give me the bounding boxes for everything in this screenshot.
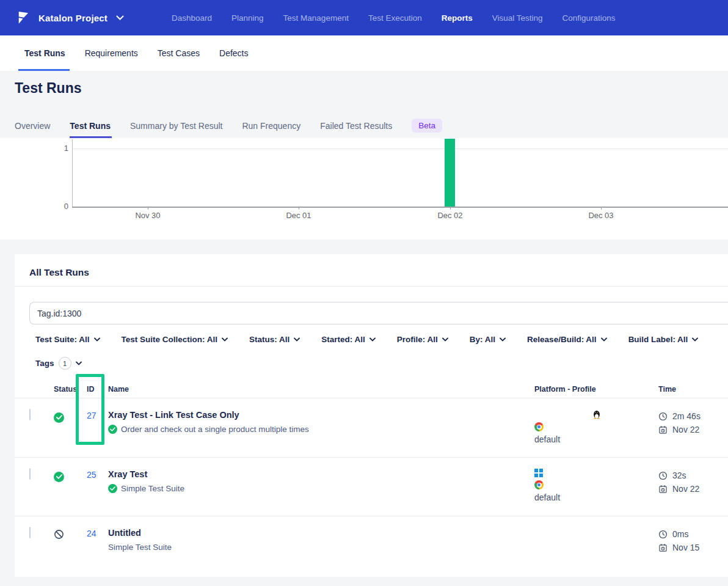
tab-test-runs[interactable]: Test Runs [70, 113, 111, 138]
test-run-subtitle: Simple Test Suite [108, 484, 534, 493]
nav-item-test-execution[interactable]: Test Execution [368, 13, 422, 23]
status-blocked-icon [54, 529, 64, 540]
filter-label: Build Label: All [628, 335, 688, 344]
chevron-down-icon [369, 337, 376, 342]
calendar-icon [658, 543, 668, 552]
nav-item-visual-testing[interactable]: Visual Testing [492, 13, 543, 23]
test-run-id-link[interactable]: 25 [87, 469, 108, 516]
test-run-subtitle: Simple Test Suite [108, 543, 534, 552]
nav-item-reports[interactable]: Reports [442, 13, 473, 23]
subnav-item-defects[interactable]: Defects [219, 35, 248, 71]
test-run-name[interactable]: Xray Test [108, 469, 534, 480]
duration-text: 2m 46s [672, 409, 701, 423]
table-row: 27 Xray Test - Link Test Case Only Order… [15, 398, 728, 457]
nav-item-dashboard[interactable]: Dashboard [172, 13, 212, 23]
test-run-name[interactable]: Untitled [108, 527, 534, 539]
chevron-down-icon [76, 361, 82, 365]
chrome-icon [534, 480, 544, 489]
search-input[interactable] [29, 302, 728, 324]
table-header: Status ID Name Platform - Profile Time [15, 381, 728, 398]
calendar-icon [658, 485, 668, 494]
duration-text: 32s [672, 469, 686, 482]
x-axis-label-dec-02: Dec 02 [426, 211, 475, 220]
filter-started[interactable]: Started: All [321, 335, 376, 344]
tab-overview[interactable]: Overview [15, 113, 50, 138]
subtitle-text: Order and check out a single product mul… [121, 425, 309, 434]
tab-failed-test-results[interactable]: Failed Test Results [320, 113, 392, 138]
nav-item-configurations[interactable]: Configurations [562, 13, 616, 23]
table-row: 25 Xray Test Simple Test Suite default [15, 457, 728, 516]
tags-count-badge: 1 [59, 357, 71, 370]
filter-label: Test Suite Collection: All [122, 335, 218, 344]
tags-label: Tags [35, 359, 54, 368]
column-header-name[interactable]: Name [108, 385, 534, 394]
windows-icon [534, 469, 543, 477]
filter-label: Release/Build: All [527, 335, 597, 344]
nav-item-planning[interactable]: Planning [231, 13, 264, 23]
chevron-down-icon [116, 15, 124, 20]
chevron-down-icon [442, 337, 448, 342]
chevron-down-icon [294, 337, 300, 342]
test-run-id-link[interactable]: 24 [87, 527, 108, 574]
filter-build-label[interactable]: Build Label: All [628, 335, 699, 344]
filter-tags[interactable]: Tags 1 [35, 357, 82, 370]
project-name: Katalon Project [38, 13, 107, 23]
tab-run-frequency[interactable]: Run Frequency [242, 113, 300, 138]
date-text: Nov 22 [672, 482, 699, 496]
y-axis-line [72, 139, 73, 207]
profile-name: default [534, 493, 658, 502]
filter-test-suite[interactable]: Test Suite: All [35, 335, 100, 344]
filter-label: Profile: All [397, 335, 438, 344]
test-run-name[interactable]: Xray Test - Link Test Case Only [108, 409, 534, 421]
row-checkbox[interactable] [29, 527, 31, 538]
bar-dec-02-passed[interactable] [445, 139, 455, 207]
duration-text: 0ms [672, 527, 688, 541]
filter-label: Started: All [321, 335, 365, 344]
test-runs-chart: 1 0 Nov 30 Dec 01 Dec 02 Dec 03 [0, 138, 728, 240]
page-title: Test Runs [15, 80, 81, 97]
row-checkbox[interactable] [29, 468, 31, 480]
subnav-item-requirements[interactable]: Requirements [85, 35, 138, 71]
test-run-subtitle: Order and check out a single product mul… [108, 425, 534, 434]
column-header-platform-profile[interactable]: Platform - Profile [534, 385, 658, 394]
subnav-item-test-cases[interactable]: Test Cases [158, 35, 200, 71]
x-tick-mark [450, 207, 451, 210]
top-navbar: Katalon Project Dashboard Planning Test … [0, 0, 728, 35]
filter-bar: Test Suite: All Test Suite Collection: A… [35, 335, 698, 344]
katalon-logo-icon [15, 10, 31, 26]
linux-icon [534, 409, 658, 419]
row-checkbox[interactable] [29, 409, 31, 420]
chevron-down-icon [692, 337, 698, 342]
filter-profile[interactable]: Profile: All [397, 335, 448, 344]
nav-item-test-management[interactable]: Test Management [283, 13, 349, 23]
reports-subnav: Test Runs Requirements Test Cases Defect… [0, 35, 728, 71]
filter-by[interactable]: By: All [470, 335, 506, 344]
status-passed-icon [54, 472, 64, 482]
column-header-id[interactable]: ID [87, 385, 108, 394]
subnav-item-test-runs[interactable]: Test Runs [24, 35, 65, 71]
filter-label: By: All [470, 335, 495, 344]
y-axis-tick-1: 1 [54, 144, 68, 153]
date-text: Nov 15 [672, 541, 699, 554]
panel-title: All Test Runs [29, 267, 89, 278]
clock-icon [658, 471, 668, 480]
x-axis-line [72, 207, 728, 208]
column-header-time[interactable]: Time [658, 385, 728, 394]
project-switcher[interactable]: Katalon Project [0, 10, 124, 26]
status-passed-icon [108, 484, 117, 493]
status-passed-icon [54, 412, 64, 423]
clock-icon [658, 412, 668, 421]
test-run-id-link[interactable]: 27 [87, 409, 108, 457]
report-tabs: Overview Test Runs Summary by Test Resul… [15, 113, 442, 138]
divider [15, 286, 728, 287]
subtitle-text: Simple Test Suite [121, 484, 184, 493]
filter-release-build[interactable]: Release/Build: All [527, 335, 607, 344]
filter-status[interactable]: Status: All [249, 335, 300, 344]
column-header-status[interactable]: Status [54, 385, 87, 394]
profile-name: default [534, 434, 658, 444]
status-passed-icon [108, 425, 117, 434]
clock-icon [658, 530, 668, 539]
tab-summary-by-test-result[interactable]: Summary by Test Result [130, 113, 222, 138]
filter-label: Status: All [249, 335, 289, 344]
filter-test-suite-collection[interactable]: Test Suite Collection: All [122, 335, 228, 344]
